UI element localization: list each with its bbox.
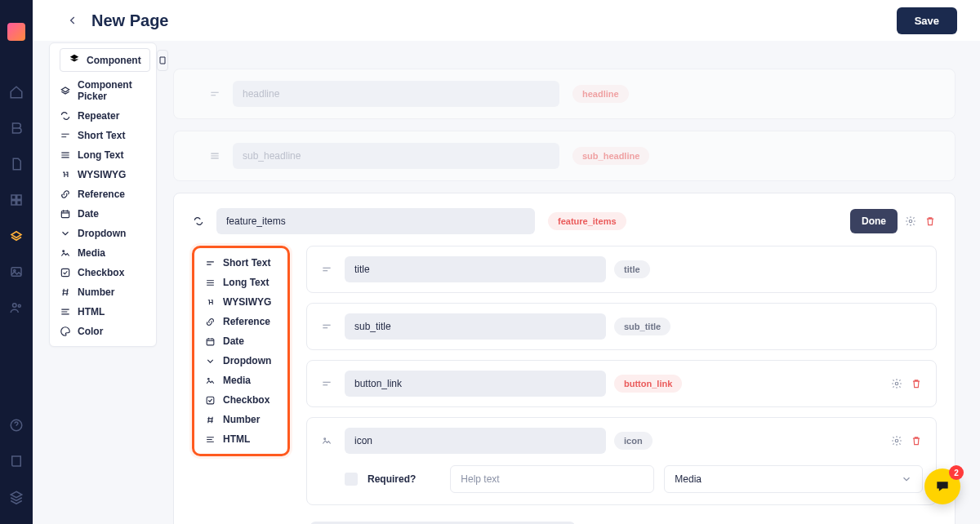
trash-icon[interactable] bbox=[910, 377, 923, 390]
nested-item-media[interactable]: Media bbox=[198, 371, 284, 390]
nested-item-number[interactable]: Number bbox=[198, 410, 284, 429]
sidebar-item-reference[interactable]: Reference bbox=[50, 184, 156, 204]
sidebar-item-label: Component bbox=[87, 55, 141, 66]
sidebar-item-wysiwyg[interactable]: WYSIWYG bbox=[50, 165, 156, 184]
back-button[interactable] bbox=[65, 13, 80, 28]
required-label: Required? bbox=[368, 473, 416, 485]
field-row-sub-headline: sub_headline sub_headline bbox=[173, 131, 956, 181]
svg-point-2 bbox=[13, 304, 17, 308]
media-type-select[interactable]: Media bbox=[664, 465, 923, 493]
media-icon bbox=[204, 375, 216, 386]
sidebar-item-label: WYSIWYG bbox=[78, 169, 126, 180]
sidebar-item-long-text[interactable]: Long Text bbox=[50, 145, 156, 165]
svg-rect-0 bbox=[11, 268, 21, 277]
sidebar-item-label: Component Picker bbox=[78, 79, 146, 102]
field-name-input[interactable]: headline bbox=[233, 81, 559, 107]
chat-launcher[interactable]: 2 bbox=[924, 468, 960, 504]
nested-item-wysiwyg[interactable]: WYSIWYG bbox=[198, 292, 284, 312]
svg-rect-9 bbox=[207, 339, 214, 345]
layers-icon[interactable] bbox=[9, 490, 24, 504]
sidebar-item-label: Checkbox bbox=[78, 267, 124, 278]
sidebar-item-label: Repeater bbox=[78, 110, 119, 122]
field-type-panel: Component Component Picker Repeater Shor… bbox=[49, 42, 157, 347]
svg-rect-5 bbox=[61, 211, 69, 218]
svg-point-8 bbox=[909, 220, 912, 223]
field-name-input[interactable]: sub_title bbox=[345, 313, 606, 340]
svg-point-12 bbox=[895, 382, 898, 385]
sidebar-item-label: Date bbox=[78, 208, 99, 220]
required-checkbox[interactable] bbox=[345, 473, 358, 486]
html-icon bbox=[60, 306, 71, 318]
nested-item-date[interactable]: Date bbox=[198, 331, 284, 351]
field-row-headline: headline headline bbox=[173, 69, 956, 119]
field-key-tag: icon bbox=[614, 432, 653, 450]
blog-icon[interactable] bbox=[9, 121, 24, 135]
trash-icon[interactable] bbox=[924, 215, 937, 228]
grid-icon[interactable] bbox=[9, 193, 24, 207]
nested-item-html[interactable]: HTML bbox=[198, 429, 284, 449]
sidebar-item-html[interactable]: HTML bbox=[50, 302, 156, 322]
field-name-input[interactable]: sub_headline bbox=[233, 143, 559, 169]
book-icon[interactable] bbox=[9, 454, 24, 468]
page-title: New Page bbox=[91, 11, 168, 30]
save-button[interactable]: Save bbox=[897, 7, 957, 34]
field-key-tag: headline bbox=[572, 85, 629, 103]
nested-item-checkbox[interactable]: Checkbox bbox=[198, 390, 284, 410]
trash-icon[interactable] bbox=[910, 434, 923, 447]
short-text-icon bbox=[320, 320, 333, 333]
sidebar-item-label: Color bbox=[78, 326, 103, 337]
app-logo bbox=[7, 23, 25, 41]
long-text-icon bbox=[60, 149, 71, 161]
home-icon[interactable] bbox=[9, 85, 24, 100]
users-icon[interactable] bbox=[9, 300, 24, 315]
nested-item-dropdown[interactable]: Dropdown bbox=[198, 351, 284, 371]
main-canvas: headline headline sub_headline sub_headl… bbox=[173, 46, 956, 524]
repeater-card-feature-items: feature_items feature_items Done Short T… bbox=[173, 193, 956, 524]
sidebar-book-icon[interactable] bbox=[157, 50, 168, 71]
field-name-input[interactable]: title bbox=[345, 256, 606, 282]
sidebar-item-component[interactable]: Component bbox=[60, 48, 150, 72]
date-icon bbox=[204, 335, 216, 347]
field-row-title: title title bbox=[306, 246, 937, 293]
sidebar-item-short-text[interactable]: Short Text bbox=[50, 126, 156, 145]
nested-item-short-text[interactable]: Short Text bbox=[198, 253, 284, 273]
sidebar-item-date[interactable]: Date bbox=[50, 204, 156, 224]
long-text-icon bbox=[208, 149, 221, 162]
sidebar-item-label: HTML bbox=[78, 306, 105, 318]
field-name-input[interactable]: button_link bbox=[345, 371, 606, 397]
sidebar-item-label: Dropdown bbox=[78, 228, 126, 239]
nested-item-reference[interactable]: Reference bbox=[198, 312, 284, 331]
help-text-input[interactable]: Help text bbox=[450, 465, 654, 493]
doc-icon[interactable] bbox=[9, 157, 24, 171]
sidebar-item-label: Long Text bbox=[78, 149, 123, 161]
field-name-input[interactable]: icon bbox=[345, 428, 606, 454]
gear-icon[interactable] bbox=[904, 215, 917, 228]
sidebar-item-repeater[interactable]: Repeater bbox=[50, 106, 156, 126]
sidebar-item-color[interactable]: Color bbox=[50, 322, 156, 341]
done-button[interactable]: Done bbox=[850, 209, 898, 233]
nested-item-long-text[interactable]: Long Text bbox=[198, 273, 284, 292]
left-rail bbox=[0, 0, 33, 524]
help-icon[interactable] bbox=[9, 418, 24, 433]
sidebar-item-media[interactable]: Media bbox=[50, 243, 156, 263]
gear-icon[interactable] bbox=[890, 434, 903, 447]
svg-rect-11 bbox=[207, 397, 214, 404]
repeater-icon bbox=[192, 215, 205, 228]
sidebar-item-number[interactable]: Number bbox=[50, 282, 156, 302]
sidebar-item-checkbox[interactable]: Checkbox bbox=[50, 263, 156, 282]
short-text-icon bbox=[320, 377, 333, 390]
gear-icon[interactable] bbox=[890, 377, 903, 390]
blocks-icon[interactable] bbox=[9, 229, 24, 243]
field-key-tag: sub_title bbox=[614, 318, 670, 335]
repeater-name-input[interactable]: feature_items bbox=[216, 208, 535, 234]
color-icon bbox=[60, 326, 71, 337]
reference-icon bbox=[204, 316, 216, 327]
sidebar-item-label: Reference bbox=[78, 189, 125, 200]
repeater-header: feature_items feature_items Done bbox=[192, 208, 937, 234]
checkbox-icon bbox=[60, 267, 71, 278]
sidebar-item-dropdown[interactable]: Dropdown bbox=[50, 224, 156, 243]
sidebar-item-component-picker[interactable]: Component Picker bbox=[50, 75, 156, 106]
svg-point-14 bbox=[895, 439, 898, 442]
image-icon[interactable] bbox=[9, 264, 24, 279]
field-key-tag: button_link bbox=[614, 375, 682, 393]
